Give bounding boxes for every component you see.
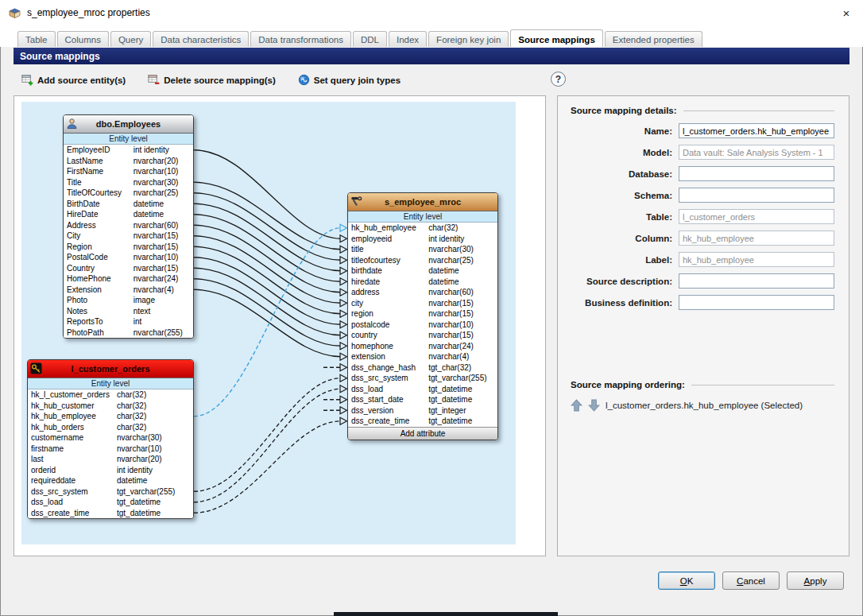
column-row-birthdate[interactable]: birthdatedatetime [348, 265, 497, 277]
column-row-hk-hub-employee[interactable]: hk_hub_employeechar(32) [348, 223, 497, 234]
column-name: homephone [351, 341, 428, 352]
column-name: dss_create_time [351, 416, 428, 427]
help-button[interactable]: ? [551, 72, 566, 87]
column-row-orderid[interactable]: orderidint identity [28, 465, 193, 476]
column-row-country[interactable]: Countrynvarchar(15) [64, 263, 193, 274]
column-row-dss-start-date[interactable]: dss_start_datetgt_datetime [348, 394, 497, 405]
column-row-extension[interactable]: extensionnvarchar(4) [348, 351, 497, 362]
column-row-hk-l-customer-orders[interactable]: hk_l_customer_orderschar(32) [28, 389, 193, 401]
column-row-firstname[interactable]: FirstNamenvarchar(10) [64, 166, 193, 177]
column-row-hiredate[interactable]: hiredatedatetime [348, 277, 497, 288]
ok-button[interactable]: OK [658, 571, 715, 590]
ordering-title: Source mapping ordering: [571, 380, 834, 389]
column-row-hk-hub-employee[interactable]: hk_hub_employeechar(32) [28, 411, 193, 422]
tab-foreign-key-join[interactable]: Foreign key join [428, 31, 509, 47]
column-row-postalcode[interactable]: PostalCodenvarchar(10) [64, 252, 193, 263]
column-row-dss-change-hash[interactable]: dss_change_hashtgt_char(32) [348, 362, 497, 374]
column-row-reportsto[interactable]: ReportsToint [64, 316, 193, 327]
column-row-titleofcourtesy[interactable]: TitleOfCourtesynvarchar(25) [64, 188, 193, 199]
tab-ddl[interactable]: DDL [353, 31, 387, 47]
column-name: last [31, 454, 117, 465]
column-row-photopath[interactable]: PhotoPathnvarchar(255) [64, 327, 193, 339]
column-type: nvarchar(30) [428, 244, 494, 255]
field-input-business-definition[interactable] [679, 295, 834, 310]
field-input-database[interactable] [679, 166, 834, 181]
add-source-entity-label: Add source entity(s) [37, 76, 126, 85]
tab-source-mappings[interactable]: Source mappings [510, 29, 603, 47]
column-row-homephone[interactable]: HomePhonenvarchar(24) [64, 273, 193, 285]
column-row-employeeid[interactable]: EmployeeIDint identity [64, 145, 193, 156]
move-down-button[interactable] [588, 399, 600, 412]
column-row-dss-src-system[interactable]: dss_src_systemtgt_varchar(255) [348, 373, 497, 384]
field-input-name[interactable] [679, 123, 834, 138]
column-row-dss-load[interactable]: dss_loadtgt_datetime [28, 497, 193, 508]
column-row-postalcode[interactable]: postalcodenvarchar(10) [348, 320, 497, 331]
mapping-arrowhead [340, 267, 347, 274]
column-name: hk_hub_orders [31, 422, 117, 433]
column-row-photo[interactable]: Photoimage [64, 295, 193, 306]
column-row-dss-create-time[interactable]: dss_create_timetgt_datetime [348, 416, 497, 427]
column-row-hk-hub-orders[interactable]: hk_hub_orderschar(32) [28, 422, 193, 433]
field-row-label: Label: [571, 252, 834, 267]
field-row-source-description: Source description: [571, 273, 834, 289]
column-row-title[interactable]: Titlenvarchar(30) [64, 177, 193, 188]
mapping-arrowhead [340, 289, 347, 296]
set-query-join-types-button[interactable]: Set query join types [298, 74, 401, 86]
column-type: tgt_varchar(255) [428, 373, 494, 384]
tab-columns[interactable]: Columns [57, 31, 109, 47]
column-name: HireDate [67, 209, 134, 220]
add-attribute-button[interactable]: Add attribute [348, 427, 497, 440]
column-row-birthdate[interactable]: BirthDatedatetime [64, 199, 193, 210]
column-row-homephone[interactable]: homephonenvarchar(24) [348, 341, 497, 352]
entity-dbo-employees[interactable]: dbo.EmployeesEntity levelEmployeeIDint i… [63, 114, 194, 339]
column-row-dss-version[interactable]: dss_versiontgt_integer [348, 405, 497, 416]
column-row-titleofcourtesy[interactable]: titleofcourtesynvarchar(25) [348, 255, 497, 266]
column-row-hiredate[interactable]: HireDatedatetime [64, 209, 193, 220]
field-input-source-description[interactable] [679, 273, 834, 289]
ordering-item[interactable]: l_customer_orders.hk_hub_employee (Selec… [606, 401, 803, 410]
delete-source-mapping-button[interactable]: Delete source mapping(s) [148, 74, 276, 86]
move-up-button[interactable] [571, 399, 582, 412]
column-row-firstname[interactable]: firstnamenvarchar(10) [28, 444, 193, 455]
column-row-dss-src-system[interactable]: dss_src_systemtgt_varchar(255) [28, 486, 193, 498]
column-row-title[interactable]: titlenvarchar(30) [348, 244, 497, 255]
column-type: tgt_datetime [428, 394, 494, 405]
apply-button[interactable]: Apply [787, 571, 844, 590]
tab-data-characteristics[interactable]: Data characteristics [153, 31, 249, 47]
mapping-arrowhead [340, 364, 347, 371]
entity-s-employee-mroc[interactable]: s_employee_mrocEntity levelhk_hub_employ… [347, 192, 498, 440]
column-row-requireddate[interactable]: requireddatedatetime [28, 475, 193, 486]
mapping-wire[interactable] [194, 389, 341, 502]
column-type: tgt_char(32) [428, 362, 494, 374]
column-row-region[interactable]: Regionnvarchar(15) [64, 242, 193, 253]
column-row-dss-create-time[interactable]: dss_create_timetgt_datetime [28, 508, 193, 519]
column-row-last[interactable]: lastnvarchar(20) [28, 454, 193, 465]
diagram-canvas[interactable]: dbo.EmployeesEntity levelEmployeeIDint i… [21, 102, 516, 544]
add-source-entity-button[interactable]: Add source entity(s) [21, 74, 126, 86]
close-button[interactable]: × [830, 0, 863, 25]
field-input-schema[interactable] [679, 188, 834, 203]
column-row-city[interactable]: Citynvarchar(15) [64, 231, 193, 242]
tab-table[interactable]: Table [17, 31, 56, 47]
column-row-notes[interactable]: Notesntext [64, 306, 193, 317]
cancel-button[interactable]: Cancel [722, 571, 780, 590]
tab-data-transformations[interactable]: Data transformations [250, 31, 351, 47]
column-row-address[interactable]: addressnvarchar(60) [348, 287, 497, 298]
column-row-extension[interactable]: Extensionnvarchar(4) [64, 285, 193, 296]
column-row-dss-load[interactable]: dss_loadtgt_datetime [348, 384, 497, 395]
set-query-join-types-label: Set query join types [314, 76, 401, 85]
column-row-city[interactable]: citynvarchar(15) [348, 298, 497, 309]
tab-extended-properties[interactable]: Extended properties [605, 31, 702, 47]
mapping-wire[interactable] [194, 421, 341, 513]
column-row-employeeid[interactable]: employeeidint identity [348, 234, 497, 245]
tab-query[interactable]: Query [110, 31, 151, 47]
column-name: title [351, 244, 428, 255]
column-row-hk-hub-customer[interactable]: hk_hub_customerchar(32) [28, 401, 193, 412]
column-row-country[interactable]: countrynvarchar(15) [348, 330, 497, 341]
column-row-lastname[interactable]: LastNamenvarchar(20) [64, 156, 193, 167]
column-row-region[interactable]: regionnvarchar(15) [348, 308, 497, 320]
column-row-customername[interactable]: customernamenvarchar(30) [28, 432, 193, 444]
tab-index[interactable]: Index [389, 31, 427, 47]
entity-l-customer-orders[interactable]: l_customer_ordersEntity levelhk_l_custom… [27, 359, 194, 519]
column-row-address[interactable]: Addressnvarchar(60) [64, 220, 193, 231]
